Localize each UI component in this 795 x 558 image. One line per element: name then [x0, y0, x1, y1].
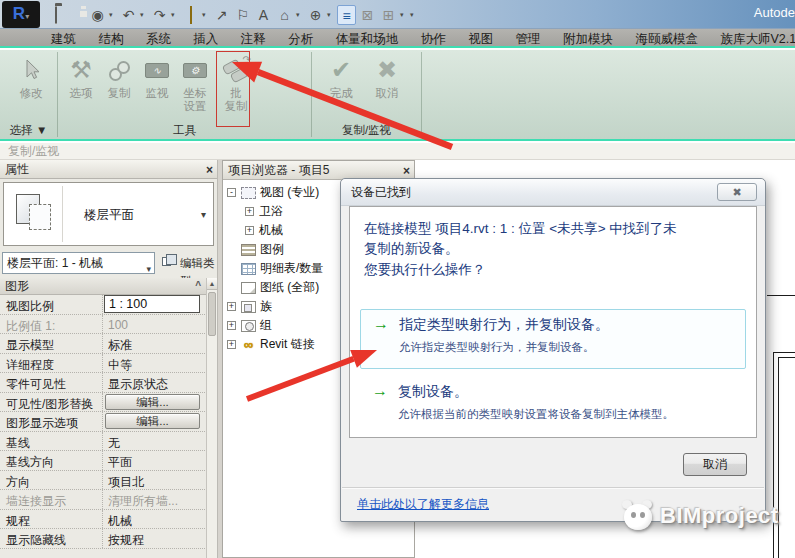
customize-qat-icon[interactable]: ▾: [410, 11, 418, 19]
options-button[interactable]: ⚒ 选项: [62, 53, 100, 123]
tag-icon[interactable]: ⚐: [233, 5, 252, 25]
dialog-close-button[interactable]: ✖: [717, 183, 757, 201]
chevron-down-icon[interactable]: ▾: [400, 11, 408, 19]
graphics-section-header[interactable]: 图形 ^: [0, 278, 207, 295]
tab-analyze[interactable]: 分析: [279, 30, 322, 48]
collapse-icon[interactable]: ^: [195, 278, 201, 294]
expand-expander[interactable]: +: [227, 302, 236, 311]
chevron-down-icon[interactable]: ▾: [327, 11, 335, 19]
tab-collaborate[interactable]: 协作: [412, 30, 455, 48]
tab-massing-site[interactable]: 体量和场地: [327, 30, 408, 48]
chevron-down-icon[interactable]: ▾: [202, 11, 210, 19]
watermark-text: BIMproject: [660, 503, 779, 529]
coordination-settings-button[interactable]: ⚙ 坐标 设置: [176, 53, 214, 123]
save-icon[interactable]: [67, 5, 86, 25]
properties-palette: 属性 × 楼层平面 ▾ 楼层平面: 1 - 机械 ▾ 编辑类型 图形 ^ 视图: [0, 160, 218, 558]
collapse-expander[interactable]: -: [227, 188, 236, 197]
open-icon[interactable]: [46, 5, 65, 25]
copy-button[interactable]: 复制: [100, 53, 138, 123]
chevron-down-icon[interactable]: ▾: [140, 11, 148, 19]
revit-app-menu-button[interactable]: R▾: [2, 1, 40, 28]
scrollbar-thumb[interactable]: [208, 292, 216, 336]
monitor-icon: ∿: [138, 53, 176, 87]
select-panel-label[interactable]: 选择 ▼: [0, 123, 57, 138]
table-row: 详细程度 中等: [0, 354, 207, 374]
chevron-down-icon[interactable]: ▾: [109, 11, 117, 19]
more-info-link[interactable]: 单击此处以了解更多信息: [357, 496, 489, 513]
chevron-down-icon[interactable]: ▾: [296, 11, 304, 19]
tab-systems[interactable]: 系统: [137, 30, 180, 48]
section-icon[interactable]: ⊕: [306, 5, 325, 25]
thin-lines-icon[interactable]: ≡: [337, 5, 356, 25]
ribbon-tab-bar: 建筑 结构 系统 插入 注释 分析 体量和场地 协作 视图 管理 附加模块 海颐…: [0, 29, 795, 48]
fixtures-found-dialog: 设备已找到 ✖ 在链接模型 项目4.rvt : 1 : 位置 <未共享> 中找到…: [340, 178, 766, 522]
tab-haiyiwei[interactable]: 海颐威模盒: [626, 30, 707, 48]
property-grid: 图形 ^ 视图比例 1 : 100 比例值 1: 100 显示模型 标准 详细程…: [0, 278, 207, 549]
properties-header: 属性 ×: [0, 160, 217, 179]
cancel-copymonitor-button[interactable]: ✖ 取消: [366, 53, 408, 123]
undo-icon[interactable]: ↶: [119, 5, 138, 25]
divider: [342, 487, 764, 489]
watermark: BIMproject: [622, 500, 779, 532]
table-row: 比例值 1: 100: [0, 315, 207, 335]
expand-expander[interactable]: +: [227, 321, 236, 330]
switch-windows-icon[interactable]: ⊞: [379, 5, 398, 25]
table-row: 墙连接显示 清理所有墙...: [0, 490, 207, 510]
option-copy-fixtures[interactable]: → 复制设备。 允许根据当前的类型映射设置将设备复制到主体模型。: [360, 377, 746, 437]
type-selector[interactable]: 楼层平面 ▾: [3, 182, 214, 246]
green-arrow-icon: →: [373, 315, 389, 333]
group-icon: [241, 320, 256, 332]
tab-zuku-master[interactable]: 族库大师V2.1: [711, 30, 795, 48]
prop-value: 1 : 100: [103, 295, 207, 314]
tab-insert[interactable]: 插入: [184, 30, 227, 48]
cursor-icon: [9, 53, 53, 87]
tab-addins[interactable]: 附加模块: [554, 30, 622, 48]
green-arrow-icon: →: [372, 382, 388, 400]
canvas-line: [773, 352, 795, 353]
sheet-icon: [241, 282, 256, 294]
coordination-settings-icon: ⚙: [176, 53, 214, 87]
finish-button[interactable]: ✔ 完成: [320, 53, 362, 123]
tab-structure[interactable]: 结构: [89, 30, 132, 48]
revit-window: R▾ ◉▾ ↶▾ ↷▾ ▾ ↗ ⚐ A ⌂▾ ⊕▾ ≡ ⊠ ⊞▾ ▾ Autod…: [0, 0, 795, 558]
monitor-button[interactable]: ∿ 监视: [138, 53, 176, 123]
measure-icon[interactable]: [181, 5, 200, 25]
canvas-line: [767, 295, 795, 296]
close-icon[interactable]: ×: [206, 161, 213, 179]
chevron-down-icon[interactable]: ▾: [171, 11, 179, 19]
sync-icon[interactable]: ◉: [88, 5, 107, 25]
mode-label: 复制/监视: [8, 144, 59, 158]
option-specify-mapping[interactable]: → 指定类型映射行为，并复制设备。 允许指定类型映射行为，并复制设备。: [360, 309, 746, 369]
view-scale-input[interactable]: 1 : 100: [104, 295, 200, 313]
dialog-message: 在链接模型 项目4.rvt : 1 : 位置 <未共享> 中找到了未 复制的新设…: [364, 219, 746, 258]
aligned-dimension-icon[interactable]: ↗: [212, 5, 231, 25]
properties-scrollbar[interactable]: ▲: [206, 278, 217, 558]
dialog-question: 您要执行什么操作？: [364, 261, 486, 279]
view-instance-dropdown[interactable]: 楼层平面: 1 - 机械 ▾: [2, 252, 155, 274]
dialog-body: 在链接模型 项目4.rvt : 1 : 位置 <未共享> 中找到了未 复制的新设…: [349, 206, 757, 438]
scroll-up-icon[interactable]: ▲: [207, 278, 217, 290]
expand-expander[interactable]: +: [245, 207, 254, 216]
cancel-button[interactable]: 取消: [683, 453, 747, 476]
wrench-icon: ⚒: [62, 53, 100, 87]
check-icon: ✔: [320, 53, 362, 87]
text-icon[interactable]: A: [254, 5, 273, 25]
expand-expander[interactable]: +: [227, 340, 236, 349]
chevron-down-icon: ▾: [146, 259, 151, 279]
views-icon: [241, 187, 256, 199]
tab-architecture[interactable]: 建筑: [42, 30, 85, 48]
prop-value: 编辑...: [103, 393, 207, 412]
modify-button[interactable]: 修改: [9, 53, 53, 123]
default-3d-view-icon[interactable]: ⌂: [275, 5, 294, 25]
edit-graphic-options-button[interactable]: 编辑...: [105, 413, 200, 429]
tab-view[interactable]: 视图: [459, 30, 502, 48]
legend-icon: [241, 244, 256, 256]
close-hidden-windows-icon[interactable]: ⊠: [358, 5, 377, 25]
close-icon: ✖: [732, 186, 741, 198]
edit-type-button[interactable]: 编辑类型: [162, 254, 216, 272]
redo-icon[interactable]: ↷: [150, 5, 169, 25]
tab-annotate[interactable]: 注释: [232, 30, 275, 48]
tab-manage[interactable]: 管理: [507, 30, 550, 48]
expand-expander[interactable]: +: [245, 226, 254, 235]
edit-visibility-button[interactable]: 编辑...: [105, 394, 200, 410]
